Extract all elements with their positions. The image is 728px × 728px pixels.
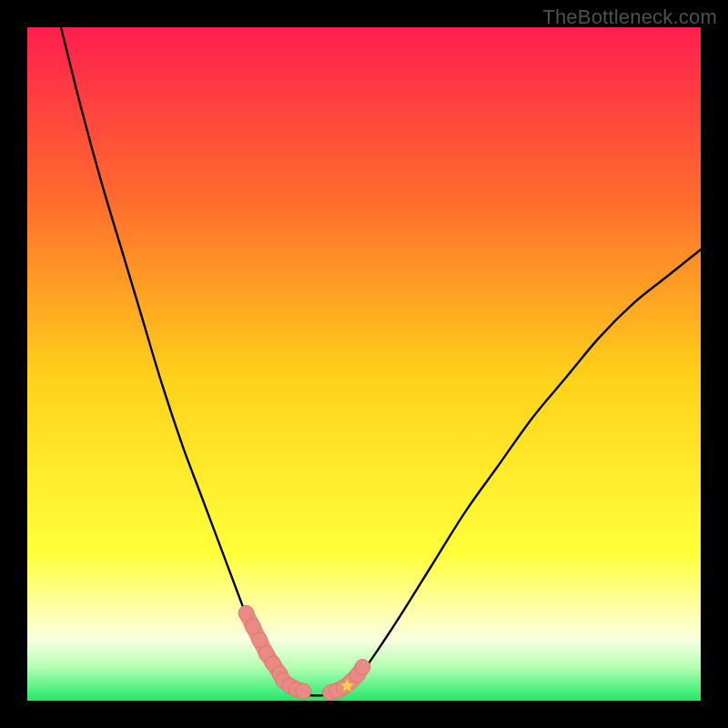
gradient-bg [27, 27, 701, 701]
chart-frame: TheBottleneck.com [0, 0, 728, 728]
marker-dot [238, 605, 254, 621]
marker-dot [245, 619, 260, 634]
marker-dot [296, 683, 311, 699]
marker-dot [355, 660, 370, 675]
watermark-text: TheBottleneck.com [542, 5, 717, 29]
plot-area [27, 27, 701, 701]
marker-dot [252, 632, 268, 648]
chart-svg [27, 27, 701, 701]
